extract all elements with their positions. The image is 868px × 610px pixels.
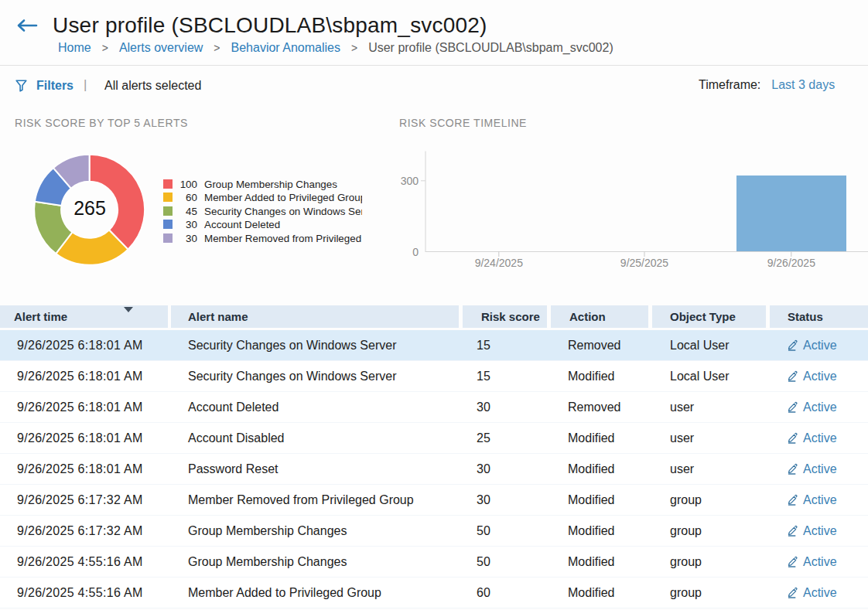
svg-text:0: 0 [412, 246, 419, 258]
svg-text:9/26/2025: 9/26/2025 [767, 257, 815, 269]
svg-text:300: 300 [401, 175, 419, 187]
svg-text:9/24/2025: 9/24/2025 [475, 257, 523, 269]
svg-text:9/25/2025: 9/25/2025 [620, 257, 668, 269]
